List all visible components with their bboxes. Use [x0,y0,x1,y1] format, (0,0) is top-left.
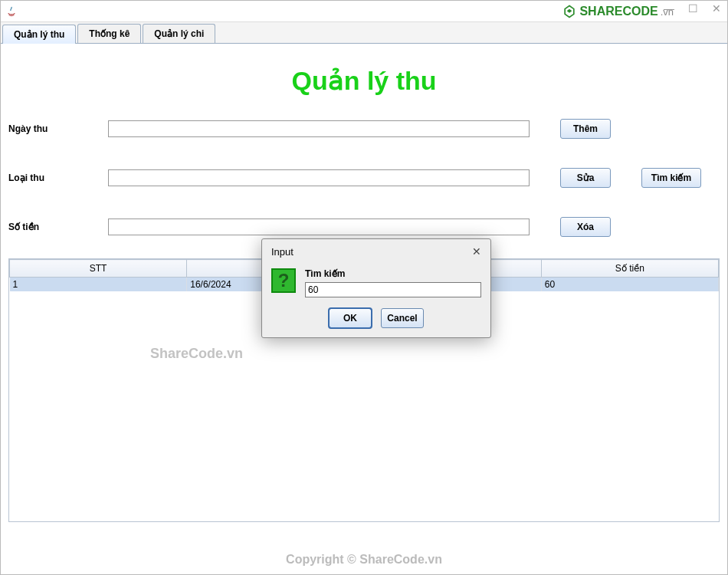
dialog-label: Tìm kiếm [305,268,481,279]
dialog-ok-button[interactable]: OK [329,308,372,328]
question-icon: ? [271,268,296,293]
dialog-cancel-button[interactable]: Cancel [381,308,424,328]
input-dialog: Input ✕ ? Tìm kiếm OK Cancel [261,238,491,338]
dialog-close-button[interactable]: ✕ [472,245,481,258]
dialog-titlebar: Input ✕ [262,239,490,264]
dialog-input[interactable] [305,282,481,297]
dialog-backdrop: Input ✕ ? Tìm kiếm OK Cancel [1,1,727,574]
dialog-title-text: Input [271,246,293,258]
